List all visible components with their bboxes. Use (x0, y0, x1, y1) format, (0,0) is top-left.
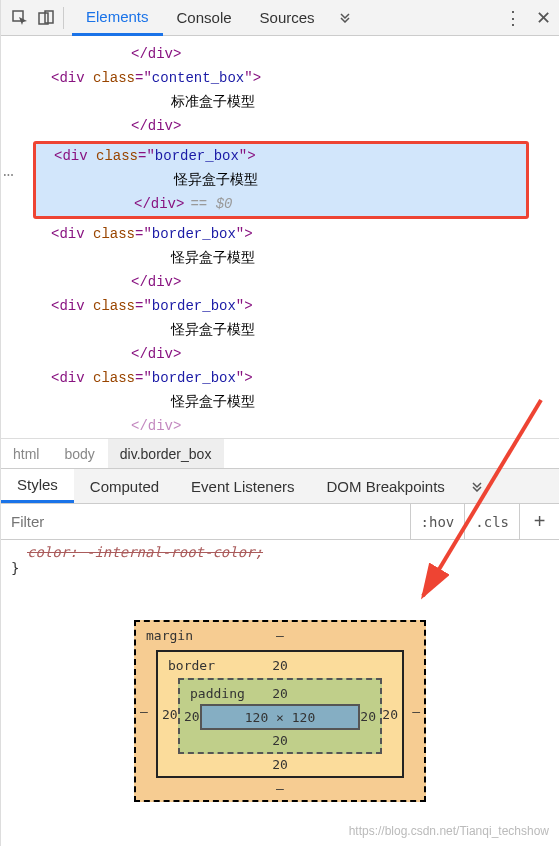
dom-node-border[interactable]: <div class="border_box"> (1, 294, 559, 318)
breadcrumb: html body div.border_box (1, 438, 559, 468)
box-model-margin[interactable]: margin – – – – border 20 20 20 20 paddin… (134, 620, 426, 802)
margin-bottom-val[interactable]: – (276, 781, 284, 796)
styles-tabs: Styles Computed Event Listeners DOM Brea… (1, 468, 559, 504)
margin-left-val[interactable]: – (140, 704, 148, 719)
hov-toggle[interactable]: :hov (410, 504, 465, 539)
margin-label: margin (146, 628, 193, 643)
border-left-val[interactable]: 20 (162, 707, 178, 722)
tab-sources[interactable]: Sources (246, 0, 329, 36)
more-lower-tabs-icon[interactable] (461, 469, 493, 503)
devtools-toolbar: Elements Console Sources ⋮ ✕ (1, 0, 559, 36)
tab-console[interactable]: Console (163, 0, 246, 36)
tab-event-listeners[interactable]: Event Listeners (175, 469, 310, 503)
main-tabs: Elements Console Sources (72, 0, 329, 36)
tab-elements[interactable]: Elements (72, 0, 163, 36)
kebab-menu-icon[interactable]: ⋮ (504, 7, 522, 29)
dom-node-border[interactable]: <div class="border_box"> (1, 366, 559, 390)
inspect-icon[interactable] (7, 5, 33, 31)
dom-close-tag[interactable]: </div> (1, 414, 559, 438)
border-right-val[interactable]: 20 (382, 707, 398, 722)
tab-styles[interactable]: Styles (1, 469, 74, 503)
crumb-body[interactable]: body (52, 439, 107, 468)
toolbar-separator (63, 7, 64, 29)
padding-label: padding (190, 686, 245, 701)
more-tabs-icon[interactable] (339, 10, 351, 26)
device-toggle-icon[interactable] (33, 5, 59, 31)
dom-close-tag[interactable]: </div> (1, 114, 559, 138)
border-top-val[interactable]: 20 (272, 658, 288, 673)
box-model-diagram[interactable]: margin – – – – border 20 20 20 20 paddin… (134, 620, 426, 802)
dom-text[interactable]: 标准盒子模型 (1, 90, 559, 114)
filter-input[interactable] (1, 504, 410, 539)
dom-close-tag[interactable]: </div> (1, 342, 559, 366)
padding-right-val[interactable]: 20 (360, 709, 376, 724)
dom-node-border[interactable]: <div class="border_box"> (1, 222, 559, 246)
new-style-rule-icon[interactable]: + (519, 504, 559, 539)
box-model-content[interactable]: 120 × 120 (200, 704, 360, 730)
filter-bar: :hov .cls + (1, 504, 559, 540)
overflow-dots[interactable]: … (3, 159, 15, 183)
crumb-html[interactable]: html (1, 439, 52, 468)
close-icon[interactable]: ✕ (536, 7, 551, 29)
tab-dom-breakpoints[interactable]: DOM Breakpoints (310, 469, 460, 503)
dom-tree[interactable]: … </div> <div class="content_box"> 标准盒子模… (1, 36, 559, 438)
crumb-selected[interactable]: div.border_box (108, 439, 225, 468)
dom-close-tag[interactable]: </div> (1, 42, 559, 66)
dom-close-tag[interactable]: </div> (1, 270, 559, 294)
styles-pane[interactable]: color: -internal-root-color; } (1, 540, 559, 580)
dom-text[interactable]: 怪异盒子模型 (1, 246, 559, 270)
dom-selected-node[interactable]: <div class="border_box"> 怪异盒子模型 </div>==… (33, 141, 529, 219)
box-model-border[interactable]: border 20 20 20 20 padding 20 20 20 20 1… (156, 650, 404, 778)
style-property-overridden[interactable]: color: -internal-root-color; (27, 544, 549, 560)
box-model-padding[interactable]: padding 20 20 20 20 120 × 120 (178, 678, 382, 754)
padding-top-val[interactable]: 20 (272, 686, 288, 701)
border-label: border (168, 658, 215, 673)
dom-text[interactable]: 怪异盒子模型 (1, 390, 559, 414)
border-bottom-val[interactable]: 20 (272, 757, 288, 772)
dom-text[interactable]: 怪异盒子模型 (1, 318, 559, 342)
tab-computed[interactable]: Computed (74, 469, 175, 503)
style-rule-close: } (11, 560, 549, 576)
padding-bottom-val[interactable]: 20 (272, 733, 288, 748)
padding-left-val[interactable]: 20 (184, 709, 200, 724)
dom-node-content[interactable]: <div class="content_box"> (1, 66, 559, 90)
margin-right-val[interactable]: – (412, 704, 420, 719)
margin-top-val[interactable]: – (276, 628, 284, 643)
watermark: https://blog.csdn.net/Tianqi_techshow (349, 824, 549, 838)
cls-toggle[interactable]: .cls (464, 504, 519, 539)
